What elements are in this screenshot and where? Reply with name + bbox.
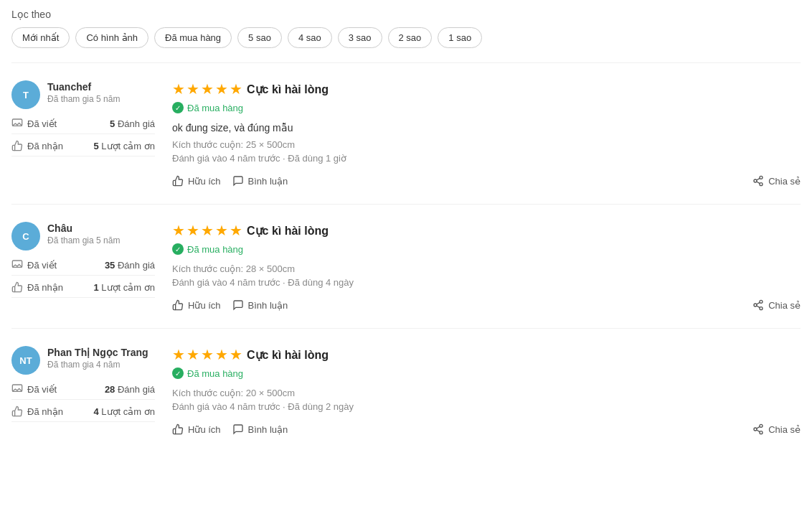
received-label: Đã nhận [11, 406, 63, 417]
svg-line-11 [757, 302, 760, 304]
thumb-up-icon [11, 281, 23, 293]
reviewer-name: Phan Thị Ngọc Trang [47, 347, 148, 358]
reviewer-stats: Đã viết 28 Đánh giá Đã nhận 4 Lượt cảm ơ… [11, 383, 155, 422]
filter-btn-2star[interactable]: 2 sao [388, 27, 433, 48]
svg-line-16 [757, 430, 760, 432]
filter-buttons: Mới nhấtCó hình ảnhĐã mua hàng5 sao4 sao… [11, 27, 801, 48]
reviewer-name: Châu [47, 223, 120, 234]
helpful-icon [172, 423, 184, 435]
filter-btn-newest[interactable]: Mới nhất [11, 27, 70, 48]
received-label: Đã nhận [11, 281, 63, 293]
written-stat: Đã viết 35 Đánh giá [11, 259, 155, 276]
thumb-up-icon [11, 140, 23, 151]
filter-btn-has-image[interactable]: Có hình ảnh [75, 27, 148, 48]
svg-point-2 [754, 179, 757, 182]
purchased-badge: ✓ Đã mua hàng [172, 368, 801, 379]
comment-label: Bình luận [248, 300, 288, 311]
filter-btn-3star[interactable]: 3 sao [338, 27, 382, 48]
share-label: Chia sẻ [768, 176, 801, 187]
stars: ★★★★★ [172, 222, 242, 239]
received-value: 4 Lượt cảm ơn [94, 406, 155, 417]
received-stat: Đã nhận 4 Lượt cảm ơn [11, 406, 155, 422]
share-button[interactable]: Chia sẻ [752, 423, 801, 435]
review-text: ok đung size, và đúng mẫu [172, 122, 801, 134]
filter-btn-5star[interactable]: 5 sao [237, 27, 282, 48]
helpful-button[interactable]: Hữu ích [172, 175, 221, 187]
purchased-label: Đã mua hàng [187, 244, 243, 255]
received-stat: Đã nhận 1 Lượt cảm ơn [11, 281, 155, 298]
filter-section: Lọc theo Mới nhấtCó hình ảnhĐã mua hàng5… [11, 9, 801, 48]
written-stat: Đã viết 5 Đánh giá [11, 118, 155, 134]
star-icon: ★ [172, 346, 185, 363]
star-icon: ★ [215, 80, 228, 98]
share-icon [752, 423, 764, 435]
reviews-container: T Tuanchef Đã tham gia 5 năm Đã viết 5 Đ… [11, 62, 801, 452]
star-icon: ★ [230, 80, 242, 98]
share-icon [752, 299, 764, 311]
written-value: 28 Đánh giá [105, 384, 155, 395]
comment-bubble-icon [232, 175, 244, 187]
reviewer-stats: Đã viết 5 Đánh giá Đã nhận 5 Lượt cảm ơn [11, 118, 155, 156]
star-icon: ★ [187, 222, 199, 239]
review-content: ★★★★★ Cực kì hài lòng ✓ Đã mua hàng Kích… [172, 222, 801, 311]
review-content: ★★★★★ Cực kì hài lòng ✓ Đã mua hàng ok đ… [172, 80, 801, 187]
comment-button[interactable]: Bình luận [232, 423, 288, 435]
review-title: Cực kì hài lòng [247, 224, 329, 238]
star-icon: ★ [201, 346, 214, 363]
received-stat: Đã nhận 5 Lượt cảm ơn [11, 140, 155, 156]
review-actions: Hữu ích Bình luận Chia sẻ [172, 423, 801, 435]
written-value: 35 Đánh giá [105, 260, 155, 271]
comment-icon [11, 118, 23, 129]
reviewer-since: Đã tham gia 5 năm [47, 94, 120, 104]
avatar: NT [11, 346, 40, 375]
svg-point-14 [754, 428, 757, 431]
stars: ★★★★★ [172, 346, 242, 363]
stars-row: ★★★★★ Cực kì hài lòng [172, 80, 801, 98]
received-value: 5 Lượt cảm ơn [94, 141, 155, 151]
review-time: Đánh giá vào 4 năm trước · Đã dùng 1 giờ [172, 153, 801, 164]
comment-button[interactable]: Bình luận [232, 175, 288, 187]
svg-line-5 [757, 178, 760, 180]
check-icon: ✓ [172, 243, 184, 255]
stars-row: ★★★★★ Cực kì hài lòng [172, 346, 801, 363]
star-icon: ★ [215, 222, 228, 239]
helpful-button[interactable]: Hữu ích [172, 299, 221, 311]
filter-label: Lọc theo [11, 9, 801, 20]
helpful-button[interactable]: Hữu ích [172, 423, 221, 435]
written-stat: Đã viết 28 Đánh giá [11, 383, 155, 400]
filter-btn-purchased[interactable]: Đã mua hàng [154, 27, 232, 48]
action-left: Hữu ích Bình luận [172, 175, 288, 187]
share-button[interactable]: Chia sẻ [752, 175, 801, 187]
stars: ★★★★★ [172, 80, 242, 98]
reviewer-info: T Tuanchef Đã tham gia 5 năm Đã viết 5 Đ… [11, 80, 155, 187]
share-button[interactable]: Chia sẻ [752, 299, 801, 311]
helpful-label: Hữu ích [188, 176, 221, 187]
star-icon: ★ [230, 222, 242, 239]
comment-button[interactable]: Bình luận [232, 299, 288, 311]
helpful-icon [172, 175, 184, 187]
written-label: Đã viết [11, 118, 57, 129]
reviewer-info: NT Phan Thị Ngọc Trang Đã tham gia 4 năm… [11, 346, 155, 435]
written-value: 5 Đánh giá [110, 118, 155, 129]
helpful-label: Hữu ích [188, 424, 221, 435]
star-icon: ★ [187, 346, 199, 363]
filter-btn-1star[interactable]: 1 sao [438, 27, 482, 48]
svg-line-17 [757, 426, 760, 429]
thumb-up-icon [11, 406, 23, 417]
star-icon: ★ [172, 80, 185, 98]
product-size: Kích thước cuộn: 25 × 500cm [172, 139, 801, 150]
purchased-badge: ✓ Đã mua hàng [172, 102, 801, 113]
star-icon: ★ [230, 346, 242, 363]
comment-icon [11, 383, 23, 395]
avatar: T [11, 80, 40, 109]
avatar: C [11, 222, 40, 251]
filter-btn-4star[interactable]: 4 sao [288, 27, 332, 48]
received-label: Đã nhận [11, 140, 63, 151]
reviewer-info: C Châu Đã tham gia 5 năm Đã viết 35 Đánh… [11, 222, 155, 311]
review-actions: Hữu ích Bình luận Chia sẻ [172, 175, 801, 187]
review-time: Đánh giá vào 4 năm trước · Đã dùng 4 ngà… [172, 277, 801, 288]
product-size: Kích thước cuộn: 28 × 500cm [172, 263, 801, 274]
svg-point-3 [760, 183, 763, 186]
review-title: Cực kì hài lòng [247, 348, 329, 362]
review-item: NT Phan Thị Ngọc Trang Đã tham gia 4 năm… [11, 328, 801, 452]
